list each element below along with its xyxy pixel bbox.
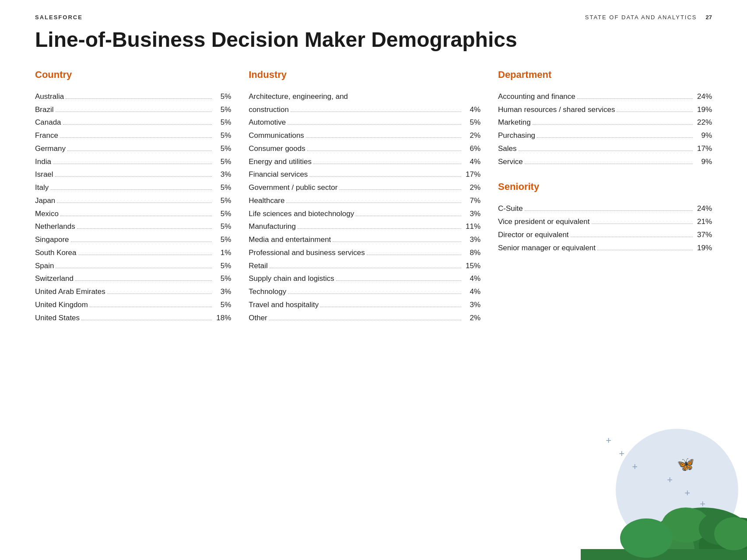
item-value: 21%	[694, 215, 712, 228]
item-name: Service	[498, 155, 523, 168]
list-item: Communications2%	[249, 129, 480, 142]
list-item: Travel and hospitality3%	[249, 298, 480, 312]
dots-line	[107, 294, 212, 294]
dots-line	[306, 137, 461, 138]
item-value: 9%	[694, 129, 712, 142]
list-item: Director or equivalent37%	[498, 228, 712, 242]
dots-line	[270, 268, 461, 268]
bush-decoration	[581, 481, 747, 560]
dots-line	[286, 203, 461, 203]
item-name: Life sciences and biotechnology	[249, 207, 354, 220]
dots-line	[63, 124, 212, 125]
dots-line	[53, 164, 212, 164]
dots-line	[525, 164, 693, 164]
item-name: United States	[35, 312, 80, 325]
dots-line	[537, 137, 693, 138]
dots-line	[288, 294, 461, 294]
department-heading: Department	[498, 69, 712, 80]
item-value: 2%	[463, 129, 480, 142]
list-item: Life sciences and biotechnology3%	[249, 207, 480, 220]
dots-line	[288, 124, 461, 125]
item-name: Marketing	[498, 116, 531, 129]
item-value: 5%	[214, 259, 231, 273]
list-item: Mexico5%	[35, 207, 231, 220]
item-name: Retail	[249, 259, 267, 273]
list-item: Brazil5%	[35, 103, 231, 116]
item-name: Sales	[498, 142, 517, 155]
item-value: 5%	[214, 272, 231, 285]
item-value: 24%	[694, 202, 712, 215]
dots-line	[90, 307, 212, 307]
page-number: 27	[706, 14, 712, 21]
item-value: 5%	[214, 116, 231, 129]
item-name: Travel and hospitality	[249, 298, 319, 312]
item-name: Automotive	[249, 116, 286, 129]
item-value: 4%	[463, 103, 480, 116]
dept-seniority-column: Department Accounting and finance24%Huma…	[498, 69, 712, 325]
report-title-header: STATE OF DATA AND ANALYTICS	[585, 14, 697, 21]
item-name-2: construction	[249, 103, 289, 116]
list-item: Media and entertainment3%	[249, 233, 480, 246]
list-item: Australia5%	[35, 90, 231, 103]
item-value: 5%	[214, 194, 231, 207]
list-item: Purchasing9%	[498, 129, 712, 142]
dots-line	[592, 224, 693, 224]
item-value: 8%	[463, 246, 480, 259]
list-item: Accounting and finance24%	[498, 90, 712, 103]
item-name: Director or equivalent	[498, 228, 569, 242]
item-name: Communications	[249, 129, 304, 142]
item-value: 19%	[694, 103, 712, 116]
item-value: 9%	[694, 155, 712, 168]
list-item: India5%	[35, 155, 231, 168]
list-item: Automotive5%	[249, 116, 480, 129]
list-item: Architecture, engineering, andconstructi…	[249, 90, 480, 116]
item-name: Financial services	[249, 168, 308, 181]
list-item: Senior manager or equivalent19%	[498, 242, 712, 255]
item-value: 5%	[463, 116, 480, 129]
item-name: Purchasing	[498, 129, 535, 142]
item-value: 3%	[463, 207, 480, 220]
dots-line	[333, 242, 461, 242]
page-header: SALESFORCE STATE OF DATA AND ANALYTICS 2…	[0, 0, 747, 21]
item-name: Architecture, engineering, and	[249, 90, 348, 103]
list-item: Israel3%	[35, 168, 231, 181]
item-value: 37%	[694, 228, 712, 242]
item-value: 4%	[463, 285, 480, 298]
item-name: Spain	[35, 259, 54, 273]
seniority-heading: Seniority	[498, 181, 712, 192]
item-name: Accounting and finance	[498, 90, 575, 103]
dots-line	[81, 320, 212, 320]
item-value: 5%	[214, 181, 231, 194]
item-value: 7%	[463, 194, 480, 207]
dots-line	[60, 137, 212, 138]
dots-line	[525, 210, 693, 211]
list-item: Human resources / shared services19%	[498, 103, 712, 116]
item-value: 2%	[463, 181, 480, 194]
dots-line	[309, 176, 461, 177]
dots-line	[519, 150, 693, 151]
list-item: Sales17%	[498, 142, 712, 155]
item-name: Singapore	[35, 233, 69, 246]
list-item: Professional and business services8%	[249, 246, 480, 259]
item-value: 5%	[214, 90, 231, 103]
dots-line	[298, 228, 461, 229]
item-name: Senior manager or equivalent	[498, 242, 596, 255]
item-name: Vice president or equivalent	[498, 215, 590, 228]
list-item: Canada5%	[35, 116, 231, 129]
list-item: Supply chain and logistics4%	[249, 272, 480, 285]
list-item: Energy and utilities4%	[249, 155, 480, 168]
item-value: 22%	[694, 116, 712, 129]
svg-point-6	[620, 518, 673, 558]
item-name: France	[35, 129, 58, 142]
item-value: 19%	[694, 242, 712, 255]
list-item: Other2%	[249, 312, 480, 325]
dots-line	[291, 112, 461, 112]
plus-icon-1: +	[606, 435, 611, 446]
item-name: Mexico	[35, 207, 59, 220]
plus-icon-2: +	[619, 448, 624, 459]
item-name: Netherlands	[35, 220, 75, 233]
list-item: United States18%	[35, 312, 231, 325]
item-name: Switzerland	[35, 272, 74, 285]
item-value: 3%	[214, 285, 231, 298]
item-value: 3%	[463, 233, 480, 246]
